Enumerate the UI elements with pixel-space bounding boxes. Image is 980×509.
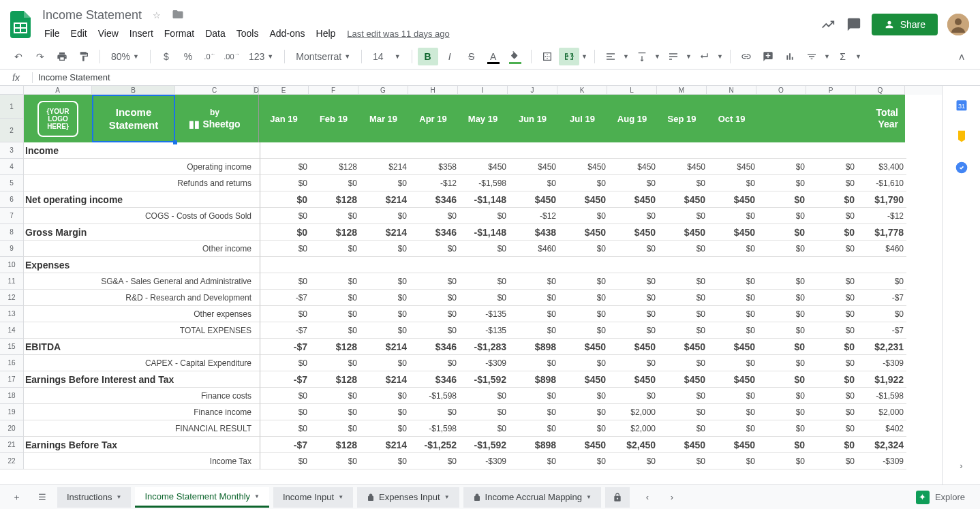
month-header[interactable]: Aug 19 (607, 95, 657, 142)
data-cell[interactable]: $450 (708, 224, 758, 241)
data-cell[interactable]: -$1,592 (459, 371, 509, 388)
data-cell[interactable]: $0 (410, 208, 459, 224)
col-header-F[interactable]: F (309, 86, 358, 95)
decrease-decimal-button[interactable]: .0← (200, 48, 220, 65)
data-cell[interactable]: $0 (808, 241, 857, 257)
data-cell[interactable]: $0 (609, 388, 658, 404)
data-cell[interactable]: $0 (509, 273, 559, 290)
data-cell[interactable]: -$1,148 (459, 224, 509, 241)
row-header-22[interactable]: 22 (0, 453, 24, 469)
functions-dropdown[interactable]: ▼ (855, 48, 863, 65)
cell[interactable] (509, 142, 559, 159)
total-year-header[interactable]: TotalYear (856, 95, 905, 142)
data-cell[interactable]: -$309 (459, 453, 509, 469)
data-cell[interactable]: $0 (758, 355, 808, 371)
data-cell[interactable]: $0 (260, 224, 310, 241)
data-cell[interactable]: $0 (708, 208, 758, 224)
row-header-15[interactable]: 15 (0, 339, 24, 355)
data-cell[interactable]: -$1,592 (459, 437, 509, 453)
data-cell[interactable]: $0 (509, 355, 559, 371)
data-cell[interactable]: $0 (708, 290, 758, 306)
col-header-K[interactable]: K (557, 86, 607, 95)
data-cell[interactable]: $0 (758, 208, 808, 224)
data-cell[interactable]: -$7 (260, 322, 310, 339)
data-cell[interactable]: $0 (808, 388, 857, 404)
data-cell[interactable]: $214 (360, 437, 410, 453)
data-cell[interactable]: $0 (260, 241, 310, 257)
row-header-1[interactable]: 1 (0, 95, 24, 119)
data-cell[interactable]: $0 (559, 404, 609, 420)
data-cell[interactable]: $0 (260, 191, 310, 208)
data-cell[interactable]: $0 (658, 404, 708, 420)
data-cell[interactable]: $450 (708, 159, 758, 175)
h-align-button[interactable] (600, 48, 621, 65)
filter-button[interactable] (801, 48, 822, 65)
row-header-6[interactable]: 6 (0, 191, 24, 208)
data-cell[interactable]: -$1,283 (459, 339, 509, 355)
month-header[interactable]: Jan 19 (259, 95, 309, 142)
data-cell[interactable]: $0 (410, 355, 459, 371)
data-cell[interactable]: $450 (609, 191, 658, 208)
month-header[interactable]: Mar 19 (358, 95, 408, 142)
menu-tools[interactable]: Tools (232, 25, 264, 42)
data-cell[interactable]: $128 (310, 159, 360, 175)
data-cell[interactable]: $0 (459, 420, 509, 437)
data-cell[interactable]: $0 (708, 388, 758, 404)
data-cell[interactable]: $128 (310, 224, 360, 241)
data-cell[interactable]: $2,324 (857, 437, 906, 453)
month-header[interactable]: Oct 19 (707, 95, 756, 142)
data-cell[interactable]: $0 (758, 306, 808, 322)
data-cell[interactable]: $0 (609, 355, 658, 371)
data-cell[interactable]: $0 (260, 273, 310, 290)
data-cell[interactable]: $0 (758, 371, 808, 388)
cell[interactable] (254, 257, 260, 273)
tasks-addon-icon[interactable] (955, 161, 968, 174)
data-cell[interactable]: $0 (808, 371, 857, 388)
cell[interactable] (559, 257, 609, 273)
cell[interactable] (808, 142, 857, 159)
col-header-L[interactable]: L (607, 86, 657, 95)
data-cell[interactable]: $0 (708, 420, 758, 437)
data-cell[interactable]: $450 (609, 224, 658, 241)
v-align-button[interactable] (632, 48, 652, 65)
data-cell[interactable]: $450 (559, 224, 609, 241)
row-label[interactable]: R&D - Research and Development (24, 290, 254, 306)
data-cell[interactable]: -$1,252 (410, 437, 459, 453)
menu-data[interactable]: Data (200, 25, 230, 42)
cell[interactable] (459, 142, 509, 159)
data-cell[interactable]: $0 (360, 404, 410, 420)
data-cell[interactable]: $0 (808, 322, 857, 339)
data-cell[interactable]: $438 (509, 224, 559, 241)
data-cell[interactable]: $0 (758, 437, 808, 453)
increase-decimal-button[interactable]: .00→ (221, 48, 242, 65)
data-cell[interactable]: $0 (459, 290, 509, 306)
data-cell[interactable]: -$309 (459, 355, 509, 371)
data-cell[interactable]: $0 (758, 420, 808, 437)
more-formats-select[interactable]: 123▼ (243, 51, 279, 62)
keep-addon-icon[interactable] (955, 129, 968, 143)
col-header-G[interactable]: G (358, 86, 408, 95)
undo-button[interactable]: ↶ (8, 48, 29, 65)
cell[interactable] (310, 142, 360, 159)
data-cell[interactable]: $128 (310, 339, 360, 355)
cell[interactable] (459, 257, 509, 273)
explore-button[interactable]: ✦ Explore (906, 487, 975, 508)
col-header-N[interactable]: N (707, 86, 756, 95)
cell[interactable] (254, 273, 260, 290)
row-label[interactable]: Operating income (24, 159, 254, 175)
cell[interactable] (254, 142, 260, 159)
data-cell[interactable]: $0 (559, 273, 609, 290)
data-cell[interactable]: $0 (609, 208, 658, 224)
data-cell[interactable]: $0 (609, 453, 658, 469)
data-cell[interactable]: $346 (410, 339, 459, 355)
data-cell[interactable]: $450 (708, 191, 758, 208)
cell[interactable] (254, 306, 260, 322)
data-cell[interactable]: $0 (758, 191, 808, 208)
data-cell[interactable]: $128 (310, 437, 360, 453)
row-header-18[interactable]: 18 (0, 388, 24, 404)
data-cell[interactable]: $0 (708, 322, 758, 339)
data-cell[interactable]: -$7 (260, 290, 310, 306)
month-header[interactable]: May 19 (458, 95, 508, 142)
data-cell[interactable]: -$12 (410, 175, 459, 191)
row-header-20[interactable]: 20 (0, 420, 24, 437)
